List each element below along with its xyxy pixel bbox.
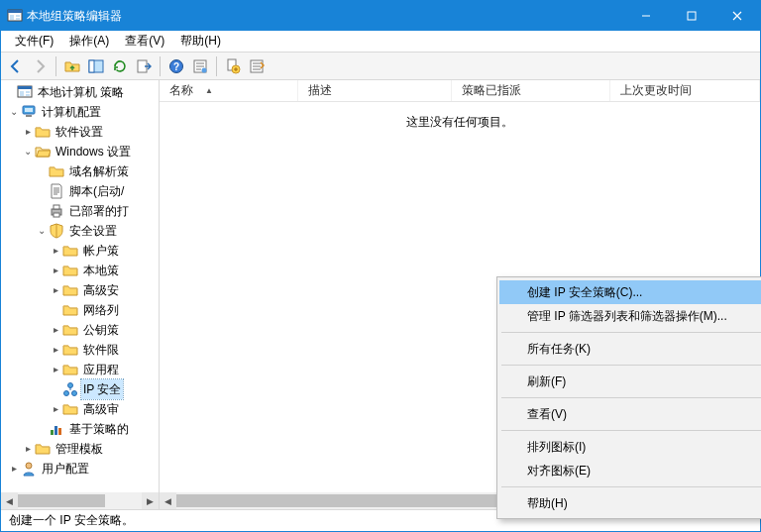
menubar: 文件(F) 操作(A) 查看(V) 帮助(H)	[1, 31, 760, 53]
toolbar-back[interactable]	[5, 55, 27, 77]
expand-toggle[interactable]: ▸	[49, 320, 62, 340]
expand-toggle[interactable]: ▸	[49, 340, 62, 360]
minimize-button[interactable]	[623, 1, 669, 31]
cm-view[interactable]: 查看(V)	[499, 402, 761, 426]
folder-icon	[62, 342, 78, 358]
tree-node-root[interactable]: ▶ 本地计算机 策略	[3, 82, 159, 102]
statusbar-text: 创建一个 IP 安全策略。	[9, 512, 134, 529]
tree-node-advanced-security[interactable]: ▸ 高级安	[3, 280, 159, 300]
toolbar-separator	[216, 56, 217, 76]
context-menu-separator	[501, 365, 761, 366]
tree-node-public-key[interactable]: ▸ 公钥策	[3, 320, 159, 340]
tree-node-scripts[interactable]: ▶ 脚本(启动/	[3, 181, 159, 201]
script-icon	[49, 183, 64, 199]
column-header-modified[interactable]: 上次更改时间	[610, 80, 760, 101]
toolbar-up[interactable]	[61, 55, 83, 77]
printer-icon	[49, 203, 64, 219]
expand-toggle[interactable]: ▸	[49, 280, 62, 300]
tree-pane: ▶ 本地计算机 策略 ⌄ 计算机配置 ▸ 软件设置	[1, 80, 160, 509]
tree-node-computer-config[interactable]: ⌄ 计算机配置	[3, 102, 159, 122]
toolbar-export-list[interactable]	[133, 55, 155, 77]
cm-refresh[interactable]: 刷新(F)	[499, 370, 761, 393]
sort-ascending-icon: ▲	[205, 86, 213, 95]
app-icon	[7, 8, 23, 24]
toolbar	[1, 53, 760, 80]
folder-icon	[62, 362, 78, 377]
expand-toggle[interactable]: ▸	[49, 261, 62, 280]
toolbar-separator	[55, 56, 56, 76]
toolbar-separator	[160, 56, 161, 76]
cm-all-tasks[interactable]: 所有任务(K)	[499, 337, 761, 361]
svg-point-28	[26, 463, 32, 469]
context-menu-separator	[501, 486, 761, 487]
cm-create-ip-policy[interactable]: 创建 IP 安全策略(C)...	[499, 280, 761, 304]
column-header-name[interactable]: 名称 ▲	[160, 80, 298, 101]
app-window: 本地组策略编辑器 文件(F) 操作(A) 查看(V) 帮助(H)	[0, 0, 761, 532]
folder-icon	[62, 401, 78, 417]
folder-icon	[35, 124, 51, 140]
expand-toggle[interactable]: ▸	[21, 439, 35, 459]
expand-toggle[interactable]: ⌄	[35, 221, 49, 241]
column-header-assigned[interactable]: 策略已指派	[452, 80, 610, 101]
cm-help[interactable]: 帮助(H)	[499, 491, 761, 515]
tree-node-windows-settings[interactable]: ⌄ Windows 设置	[3, 142, 159, 161]
tree-node-software-settings[interactable]: ▸ 软件设置	[3, 122, 159, 142]
toolbar-forward[interactable]	[29, 55, 51, 77]
tree-node-deployed-printers[interactable]: ▶ 已部署的打	[3, 201, 159, 221]
cm-arrange-icons[interactable]: 排列图标(I)	[499, 435, 761, 459]
chart-icon	[49, 421, 64, 437]
toolbar-show-hide-tree[interactable]	[85, 55, 107, 77]
column-header-description[interactable]: 描述	[298, 80, 452, 101]
close-button[interactable]	[714, 1, 760, 31]
menu-help[interactable]: 帮助(H)	[172, 31, 229, 52]
toolbar-help[interactable]	[165, 55, 187, 77]
expand-toggle[interactable]: ▸	[49, 360, 62, 379]
console-tree[interactable]: ▶ 本地计算机 策略 ⌄ 计算机配置 ▸ 软件设置	[1, 80, 159, 480]
svg-rect-27	[688, 12, 696, 20]
user-icon	[21, 461, 37, 477]
tree-node-account-policies[interactable]: ▸ 帐户策	[3, 241, 159, 261]
scroll-left-button[interactable]: ◀	[160, 492, 176, 509]
expand-toggle[interactable]: ▸	[49, 241, 62, 261]
context-menu-separator	[501, 332, 761, 333]
context-menu: 创建 IP 安全策略(C)... 管理 IP 筛选器列表和筛选器操作(M)...…	[496, 276, 761, 519]
toolbar-manage-filters[interactable]	[246, 55, 268, 77]
folder-open-icon	[35, 144, 51, 160]
folder-icon	[35, 441, 51, 457]
expand-toggle[interactable]: ▸	[49, 399, 62, 419]
expand-toggle[interactable]: ⌄	[7, 102, 21, 122]
maximize-button[interactable]	[669, 1, 714, 31]
expand-toggle[interactable]: ⌄	[21, 142, 35, 161]
tree-node-app-control[interactable]: ▸ 应用程	[3, 360, 159, 379]
tree-node-ip-security[interactable]: ▶ IP 安全	[3, 379, 159, 399]
toolbar-refresh[interactable]	[109, 55, 131, 77]
list-pane: 名称 ▲ 描述 策略已指派 上次更改时间 这里没有任何项目。 ◀ ▶ 创建 IP…	[160, 80, 760, 509]
tree-node-dns-policy[interactable]: ▶ 域名解析策	[3, 161, 159, 181]
scroll-left-button[interactable]: ◀	[1, 492, 18, 509]
tree-node-network-list[interactable]: ▶ 网络列	[3, 300, 159, 320]
console-root-icon	[17, 84, 33, 100]
tree-node-software-restriction[interactable]: ▸ 软件限	[3, 340, 159, 360]
menu-view[interactable]: 查看(V)	[117, 31, 172, 52]
tree-node-advanced-audit[interactable]: ▸ 高级审	[3, 399, 159, 419]
titlebar[interactable]: 本地组策略编辑器	[1, 1, 760, 31]
tree-h-scrollbar[interactable]: ◀ ▶	[1, 492, 159, 509]
folder-icon	[62, 263, 78, 278]
cm-manage-ip-filters[interactable]: 管理 IP 筛选器列表和筛选器操作(M)...	[499, 304, 761, 328]
expand-toggle[interactable]: ▸	[21, 122, 35, 142]
content-area: ▶ 本地计算机 策略 ⌄ 计算机配置 ▸ 软件设置	[1, 80, 760, 509]
cm-align-icons[interactable]: 对齐图标(E)	[499, 459, 761, 482]
scroll-right-button[interactable]: ▶	[142, 492, 159, 509]
tree-node-user-config[interactable]: ▸ 用户配置	[3, 459, 159, 479]
tree-node-admin-templates[interactable]: ▸ 管理模板	[3, 439, 159, 459]
tree-node-policy-based[interactable]: ▶ 基于策略的	[3, 419, 159, 439]
toolbar-properties[interactable]	[189, 55, 211, 77]
menu-file[interactable]: 文件(F)	[7, 31, 61, 52]
tree-node-local-policies[interactable]: ▸ 本地策	[3, 261, 159, 280]
menu-action[interactable]: 操作(A)	[61, 31, 117, 52]
context-menu-separator	[501, 397, 761, 398]
expand-toggle[interactable]: ▸	[7, 459, 21, 479]
toolbar-create-policy[interactable]	[222, 55, 244, 77]
context-menu-separator	[501, 430, 761, 431]
tree-node-security-settings[interactable]: ⌄ 安全设置	[3, 221, 159, 241]
